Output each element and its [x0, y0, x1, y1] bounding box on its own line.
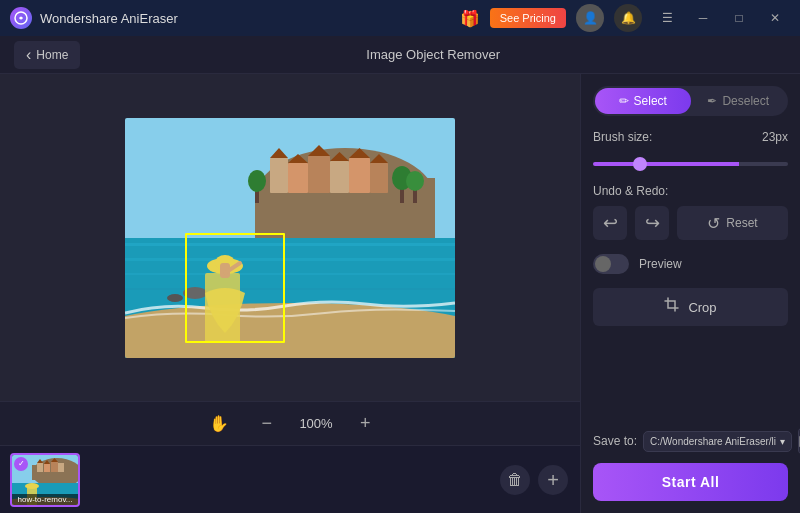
svg-rect-9: [370, 163, 388, 193]
svg-point-50: [25, 483, 39, 489]
zoom-out-button[interactable]: −: [253, 409, 280, 438]
svg-point-21: [248, 170, 266, 192]
svg-rect-40: [44, 464, 50, 472]
preview-label: Preview: [639, 257, 682, 271]
delete-button[interactable]: 🗑: [500, 465, 530, 495]
svg-point-19: [406, 171, 424, 191]
deselect-brush-icon: ✒: [707, 94, 717, 108]
brush-value: 23px: [762, 130, 788, 144]
zoom-in-button[interactable]: +: [352, 409, 379, 438]
svg-rect-28: [125, 318, 455, 358]
svg-rect-6: [308, 156, 330, 193]
save-section: Save to: C:/Wondershare AniEraser/li ▾ S…: [593, 427, 788, 501]
start-all-button[interactable]: Start All: [593, 463, 788, 501]
thumbnail-item[interactable]: ✓ how-to-remov...: [10, 453, 80, 507]
svg-rect-5: [288, 163, 308, 193]
brush-size-slider[interactable]: [593, 162, 788, 166]
thumbnail-label: how-to-remov...: [12, 494, 78, 505]
notification-bell[interactable]: 🔔: [614, 4, 642, 32]
svg-rect-39: [37, 463, 43, 472]
undo-redo-label: Undo & Redo:: [593, 184, 788, 198]
hamburger-menu[interactable]: ☰: [652, 7, 682, 29]
save-path-select[interactable]: C:/Wondershare AniEraser/li ▾: [643, 431, 792, 452]
redo-button[interactable]: ↪: [635, 206, 669, 240]
save-path-text: C:/Wondershare AniEraser/li: [650, 436, 776, 447]
svg-point-30: [167, 294, 183, 302]
preview-toggle-thumb: [595, 256, 611, 272]
home-label: Home: [36, 48, 68, 62]
close-button[interactable]: ✕: [760, 7, 790, 29]
gift-icon: 🎁: [460, 9, 480, 28]
undo-button[interactable]: ↩: [593, 206, 627, 240]
beach-scene: [125, 118, 455, 358]
reset-icon: ↺: [707, 214, 720, 233]
svg-rect-24: [125, 258, 455, 261]
minimize-button[interactable]: ─: [688, 7, 718, 29]
delete-icon: 🗑: [507, 471, 523, 489]
hand-tool-button[interactable]: ✋: [201, 410, 237, 437]
save-to-row: Save to: C:/Wondershare AniEraser/li ▾: [593, 427, 788, 455]
preview-section: Preview: [593, 254, 788, 274]
main-image: [125, 118, 455, 358]
undo-icon: ↩: [603, 212, 618, 234]
zoom-level: 100%: [296, 416, 336, 431]
canvas-toolbar: ✋ − 100% +: [0, 401, 580, 445]
redo-icon: ↪: [645, 212, 660, 234]
svg-rect-7: [330, 161, 349, 193]
nav-bar: ‹ Home Image Object Remover: [0, 36, 800, 74]
maximize-button[interactable]: □: [724, 7, 754, 29]
svg-rect-4: [270, 158, 288, 193]
add-icon: +: [547, 470, 559, 490]
brush-section: Brush size: 23px: [593, 130, 788, 170]
svg-rect-8: [349, 158, 370, 193]
image-viewport[interactable]: [0, 74, 580, 401]
select-brush-icon: ✏: [619, 94, 629, 108]
svg-rect-23: [125, 243, 455, 246]
svg-rect-25: [125, 273, 455, 275]
select-deselect-toggle: ✏ Select ✒ Deselect: [593, 86, 788, 116]
app-logo: [10, 7, 32, 29]
pricing-button[interactable]: See Pricing: [490, 8, 566, 28]
crop-button[interactable]: Crop: [593, 288, 788, 326]
main-layout: ✋ − 100% +: [0, 74, 800, 513]
brush-header: Brush size: 23px: [593, 130, 788, 144]
brush-label: Brush size:: [593, 130, 652, 144]
user-avatar[interactable]: 👤: [576, 4, 604, 32]
reset-button[interactable]: ↺ Reset: [677, 206, 788, 240]
save-to-label: Save to:: [593, 434, 637, 448]
right-panel: ✏ Select ✒ Deselect Brush size: 23px Und…: [580, 74, 800, 513]
deselect-button[interactable]: ✒ Deselect: [691, 88, 787, 114]
chevron-down-icon: ▾: [780, 436, 785, 447]
app-name: Wondershare AniEraser: [40, 11, 178, 26]
undo-redo-buttons: ↩ ↪ ↺ Reset: [593, 206, 788, 240]
svg-rect-26: [125, 288, 455, 290]
add-button[interactable]: +: [538, 465, 568, 495]
home-button[interactable]: ‹ Home: [14, 41, 80, 69]
undo-redo-section: Undo & Redo: ↩ ↪ ↺ Reset: [593, 184, 788, 240]
title-bar: Wondershare AniEraser 🎁 See Pricing 👤 🔔 …: [0, 0, 800, 36]
svg-point-29: [183, 287, 207, 299]
title-bar-left: Wondershare AniEraser: [10, 7, 178, 29]
page-title: Image Object Remover: [80, 47, 786, 62]
canvas-area: ✋ − 100% +: [0, 74, 580, 513]
title-bar-right: 🎁 See Pricing 👤 🔔 ☰ ─ □ ✕: [460, 4, 790, 32]
preview-toggle[interactable]: [593, 254, 629, 274]
home-arrow-icon: ‹: [26, 46, 31, 64]
crop-icon: [664, 297, 680, 317]
svg-rect-42: [58, 463, 64, 472]
thumbnail-strip: ✓ how-to-remov... 🗑 +: [0, 445, 580, 513]
thumbnail-check: ✓: [14, 457, 28, 471]
select-button[interactable]: ✏ Select: [595, 88, 691, 114]
svg-rect-41: [51, 462, 58, 472]
